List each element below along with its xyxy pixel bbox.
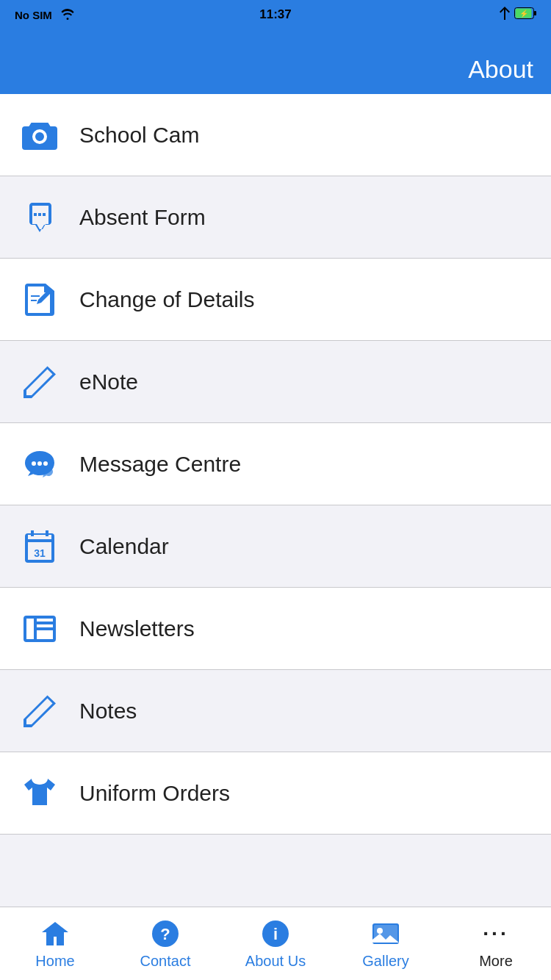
menu-label-message-centre: Message Centre — [79, 452, 241, 477]
menu-item-calendar[interactable]: 31 Calendar — [0, 505, 551, 588]
newspaper-icon — [18, 607, 62, 651]
nav-header: About — [0, 29, 551, 94]
menu-item-message-centre[interactable]: Message Centre — [0, 423, 551, 505]
tab-home-label: Home — [35, 953, 74, 970]
menu-label-notes: Notes — [79, 699, 137, 724]
time-display: 11:37 — [259, 7, 291, 22]
tab-more[interactable]: ··· More — [441, 918, 551, 970]
info-icon: i — [259, 918, 292, 950]
svg-point-4 — [50, 129, 53, 132]
calendar-icon: 31 — [18, 525, 62, 569]
message-icon — [18, 442, 62, 486]
svg-text:?: ? — [160, 925, 170, 943]
menu-item-enote[interactable]: eNote — [0, 341, 551, 423]
camera-icon — [18, 113, 62, 157]
status-bar: No SIM 11:37 ⚡ — [0, 0, 551, 29]
tab-contact-label: Contact — [140, 953, 191, 970]
svg-text:i: i — [273, 925, 278, 943]
menu-label-uniform-orders: Uniform Orders — [79, 781, 230, 806]
svg-rect-5 — [31, 295, 40, 297]
thumbsdown-icon — [18, 195, 62, 239]
status-right: ⚡ — [500, 7, 536, 23]
carrier-info: No SIM — [15, 8, 76, 22]
question-icon: ? — [149, 918, 181, 950]
menu-item-notes[interactable]: Notes — [0, 670, 551, 752]
svg-rect-6 — [31, 300, 37, 301]
wifi-icon — [60, 8, 76, 22]
edit-doc-icon — [18, 278, 62, 322]
dots-icon: ··· — [480, 918, 512, 950]
battery-icon: ⚡ — [514, 7, 536, 22]
menu-label-enote: eNote — [79, 370, 138, 394]
menu-item-uniform-orders[interactable]: Uniform Orders — [0, 752, 551, 835]
tab-about-us-label: About Us — [245, 953, 306, 970]
menu-item-change-of-details[interactable]: Change of Details — [0, 259, 551, 341]
carrier-label: No SIM — [15, 9, 52, 21]
pencil-icon — [18, 360, 62, 404]
tab-about-us[interactable]: i About Us — [220, 918, 331, 970]
menu-list: School Cam Absent Form Change of Details — [0, 94, 551, 835]
svg-text:⚡: ⚡ — [519, 9, 529, 18]
tshirt-icon — [18, 771, 62, 815]
menu-label-school-cam: School Cam — [79, 123, 199, 148]
tab-contact[interactable]: ? Contact — [110, 918, 220, 970]
menu-label-newsletters: Newsletters — [79, 616, 195, 641]
svg-point-14 — [377, 928, 383, 934]
menu-label-absent-form: Absent Form — [79, 205, 206, 230]
tab-gallery-label: Gallery — [362, 953, 408, 970]
menu-label-change-of-details: Change of Details — [79, 287, 254, 312]
menu-item-absent-form[interactable]: Absent Form — [0, 176, 551, 259]
tab-bar: Home ? Contact i About Us — [0, 907, 551, 980]
menu-item-newsletters[interactable]: Newsletters — [0, 588, 551, 670]
home-icon — [39, 918, 71, 950]
menu-item-school-cam[interactable]: School Cam — [0, 94, 551, 176]
tab-gallery[interactable]: Gallery — [331, 918, 441, 970]
gallery-icon — [370, 918, 402, 950]
tab-more-label: More — [479, 953, 513, 970]
location-icon — [500, 7, 510, 23]
svg-rect-2 — [534, 11, 536, 15]
notes-pencil-icon — [18, 689, 62, 733]
svg-text:31: 31 — [34, 547, 46, 559]
tab-home[interactable]: Home — [0, 918, 110, 970]
nav-title: About — [468, 55, 533, 84]
menu-label-calendar: Calendar — [79, 534, 169, 559]
